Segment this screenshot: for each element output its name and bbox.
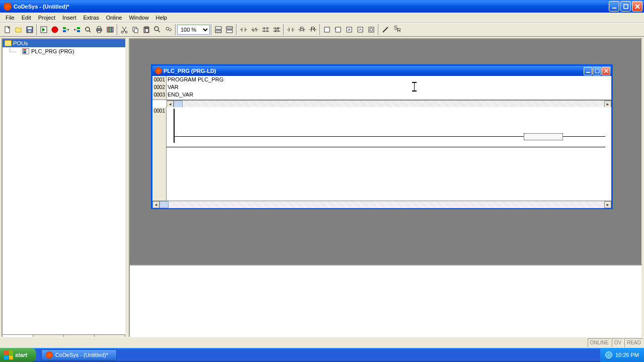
code-text: VAR [167,83,179,91]
main-titlebar: CoDeSys - (Untitled)* [0,0,644,13]
jump-button[interactable] [344,24,355,35]
tray-notification-icon[interactable]: ‹ [605,351,612,358]
svg-rect-72 [595,69,599,73]
maximize-button[interactable] [620,1,631,12]
parallel-contact-neg-button[interactable] [271,24,282,35]
scroll-thumb[interactable] [174,101,183,108]
stop-button[interactable] [49,24,60,35]
paste-button[interactable] [141,24,152,35]
scroll-track[interactable] [174,101,604,108]
start-label: start [15,352,27,358]
svg-rect-1 [624,5,628,9]
editor-minimize-button[interactable] [584,67,592,75]
editor-titlebar[interactable]: PLC_PRG (PRG-LD) [152,66,611,76]
start-button[interactable]: start [0,348,36,362]
parallel-contact-button[interactable] [260,24,271,35]
menu-window[interactable]: Window [125,14,152,22]
box-button[interactable] [321,24,333,35]
project-tree-panel: POUs PLC_PRG (PRG) POUs Data ... Visua..… [2,38,126,346]
set-coil-button[interactable]: S [296,24,307,35]
close-button[interactable] [632,1,642,12]
negate-button[interactable] [380,24,391,35]
scroll-right-button[interactable]: ► [604,101,611,108]
save-button[interactable] [24,24,35,35]
box-en-button[interactable] [333,24,344,35]
svg-rect-25 [145,29,148,32]
taskbar-app-button[interactable]: CoDeSys - (Untitled)* [41,349,117,360]
svg-rect-34 [226,30,232,33]
svg-rect-65 [358,27,363,32]
coil-button[interactable] [285,24,296,35]
ladder-hscrollbar[interactable]: ◄ ► [152,201,611,208]
output-placeholder[interactable] [524,133,563,140]
reset-coil-button[interactable]: R [307,24,318,35]
cut-button[interactable] [119,24,130,35]
scroll-right-button[interactable]: ► [604,201,611,208]
global-search-button[interactable] [83,24,94,35]
statusbar: ONLINE OV READ [0,337,644,348]
return-button[interactable] [355,24,366,35]
find-button[interactable] [152,24,163,35]
print-button[interactable] [94,24,105,35]
menu-extras[interactable]: Extras [79,14,102,22]
scroll-left-button[interactable]: ◄ [167,101,174,108]
code-text: END_VAR [167,91,193,99]
copy-button[interactable] [130,24,141,35]
system-tray: ‹ 10:26 PM [600,348,644,362]
declaration-pane[interactable]: 0001PROGRAM PLC_PRG 0002VAR 0003END_VAR … [152,76,611,100]
tree-item-label: PLC_PRG (PRG) [31,48,74,54]
ladder-network[interactable] [167,107,605,147]
svg-point-21 [125,31,127,33]
find-next-button[interactable] [163,24,174,35]
menu-insert[interactable]: Insert [59,14,80,22]
run-button[interactable] [38,24,49,35]
menu-file[interactable]: File [2,14,18,22]
svg-text:R: R [397,27,400,33]
tree-root-pous[interactable]: POUs [3,39,125,47]
status-ov: OV [612,338,624,347]
scroll-track[interactable] [159,201,604,208]
network-after-button[interactable] [224,24,235,35]
contact-neg-button[interactable] [249,24,260,35]
scroll-thumb[interactable] [159,201,169,208]
ladder-pane[interactable]: 0001 [152,107,611,201]
svg-text:S: S [300,26,303,32]
tree-item-plc-prg[interactable]: PLC_PRG (PRG) [3,47,125,55]
minimize-button[interactable] [609,1,619,12]
menu-project[interactable]: Project [35,14,59,22]
svg-rect-17 [107,27,109,32]
declaration-hscrollbar[interactable]: ◄ ► [167,100,611,107]
login-button[interactable] [60,24,71,35]
editor-close-button[interactable] [602,67,610,75]
scroll-left-button[interactable]: ◄ [152,201,159,208]
library-button[interactable] [105,24,116,35]
svg-rect-71 [586,72,590,73]
tray-clock[interactable]: 10:26 PM [615,352,639,358]
text-cursor-icon [414,83,415,90]
timer-button[interactable] [366,24,377,35]
editor-maximize-button[interactable] [593,67,601,75]
logout-button[interactable] [71,24,83,35]
task-app-icon [46,351,53,358]
contact-button[interactable] [238,24,249,35]
new-button[interactable] [2,24,13,35]
menu-edit[interactable]: Edit [18,14,35,22]
svg-line-68 [383,27,388,32]
editor-icon [155,67,162,74]
svg-text:R: R [311,26,315,32]
menu-online[interactable]: Online [103,14,126,22]
menu-help[interactable]: Help [152,14,171,22]
svg-line-13 [89,31,91,32]
open-button[interactable] [13,24,24,35]
network-before-button[interactable] [213,24,224,35]
svg-line-28 [158,30,160,32]
svg-rect-10 [77,27,80,29]
set-reset-button[interactable]: SR [391,24,402,35]
app-icon [4,3,12,11]
network-number: 0001 [152,107,166,115]
line-number: 0002 [152,83,167,91]
svg-rect-61 [325,27,330,32]
svg-rect-19 [111,27,113,32]
svg-line-30 [169,30,170,31]
zoom-select[interactable]: 100 % [177,25,210,35]
